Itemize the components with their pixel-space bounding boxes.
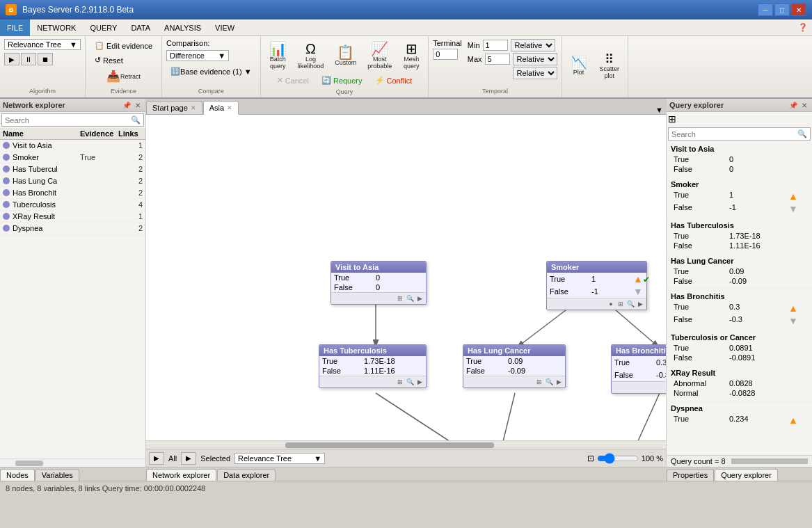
- comparison-dropdown[interactable]: Difference ▼: [166, 50, 229, 61]
- tab-start-page-close[interactable]: ✕: [191, 104, 196, 111]
- qe-panel-controls: 📌 ✕: [788, 100, 809, 110]
- tab-start-page[interactable]: Start page ✕: [146, 101, 202, 114]
- qe-node-title: Smoker: [671, 180, 808, 189]
- stop-button[interactable]: ⏹: [38, 53, 53, 65]
- node-expand-icon[interactable]: ▶: [635, 299, 645, 309]
- node-grid-icon[interactable]: ⊞: [395, 377, 405, 387]
- requery-button[interactable]: 🔄Requery: [317, 74, 367, 87]
- bn-node-smoker[interactable]: Smoker True1 ▲✔ False-1 ▼ ● ⊞ 🔍 ▶: [546, 261, 647, 310]
- algorithm-value: Relevance Tree: [8, 40, 61, 49]
- qe-node-row: True0: [671, 154, 808, 164]
- relative3-select[interactable]: Relative: [513, 67, 557, 79]
- conflict-button[interactable]: ⚡Conflict: [370, 74, 417, 87]
- qe-pin-button[interactable]: 📌: [788, 100, 798, 110]
- retract-button[interactable]: 📥 Retract: [90, 68, 157, 85]
- title-controls: ─ □ ✕: [758, 3, 806, 16]
- horizontal-scrollbar[interactable]: [0, 458, 145, 467]
- tab-properties[interactable]: Properties: [667, 469, 714, 481]
- node-search-icon[interactable]: 🔍: [544, 377, 554, 387]
- node-expand-icon[interactable]: ▶: [554, 377, 564, 387]
- list-item[interactable]: Has Lung Ca 2: [0, 175, 145, 187]
- list-item[interactable]: Has Bronchit 2: [0, 187, 145, 199]
- tab-dropdown[interactable]: ▼: [655, 106, 666, 114]
- node-expand-icon[interactable]: ▶: [415, 294, 424, 303]
- most-probable-button[interactable]: 📈 Mostprobable: [363, 39, 396, 72]
- node-search-icon[interactable]: 🔍: [405, 294, 415, 303]
- scroll-thumb[interactable]: [15, 461, 43, 466]
- tab-variables[interactable]: Variables: [35, 469, 79, 481]
- log-likelihood-button[interactable]: Ω Loglikelihood: [294, 39, 328, 72]
- help-button[interactable]: ❓: [798, 23, 812, 32]
- scatter-plot-button[interactable]: ⠿ Scatterplot: [596, 50, 624, 82]
- edit-evidence-button[interactable]: 📋Edit evidence: [90, 39, 157, 52]
- all-play-button[interactable]: ▶: [149, 452, 164, 465]
- bn-node-has-lung-cancer[interactable]: Has Lung Cancer True0.09 False-0.09 ⊞ 🔍 …: [463, 344, 566, 388]
- tab-asia[interactable]: Asia ✕: [203, 101, 239, 115]
- bn-node-has-bronchitis[interactable]: Has Bronchitis True0.3 ▲ False-0.3 ▼ ⊞ 🔍…: [611, 344, 666, 394]
- menu-data[interactable]: DATA: [124, 19, 157, 36]
- custom-button[interactable]: 📋 Custom: [331, 42, 360, 69]
- menu-network[interactable]: NETWORK: [30, 19, 83, 36]
- tab-network-explorer[interactable]: Network explorer: [146, 469, 216, 481]
- base-evidence-button[interactable]: 🔢 Base evidence (1) ▼: [166, 64, 256, 79]
- mesh-query-button[interactable]: ⊞ Meshquery: [399, 39, 424, 72]
- query-explorer-title: Query explorer: [669, 101, 724, 109]
- query-search-input[interactable]: [669, 129, 795, 140]
- bn-node-visit-to-asia[interactable]: Visit to Asia True0 False0 ⊞ 🔍 ▶: [331, 261, 427, 305]
- fit-icon[interactable]: ⊡: [587, 454, 594, 463]
- relative2-select[interactable]: Relative: [513, 53, 557, 65]
- plot-button[interactable]: 📉 Plot: [566, 54, 591, 79]
- plot-group-label: [566, 93, 624, 95]
- list-item[interactable]: Dyspnea 2: [0, 223, 145, 234]
- play-button[interactable]: ▶: [4, 53, 19, 65]
- qe-grid-icon[interactable]: ⊞: [668, 113, 676, 125]
- min-input[interactable]: [483, 40, 508, 51]
- pause-button[interactable]: ⏸: [21, 53, 36, 65]
- menu-query[interactable]: QUERY: [83, 19, 124, 36]
- maximize-button[interactable]: □: [774, 3, 790, 16]
- minimize-button[interactable]: ─: [758, 3, 773, 16]
- node-search-icon[interactable]: 🔍: [405, 377, 415, 387]
- canvas-hscroll-thumb[interactable]: [285, 442, 494, 448]
- qe-close-button[interactable]: ✕: [799, 100, 809, 110]
- list-item[interactable]: Has Tubercul 2: [0, 163, 145, 175]
- node-dot-icon[interactable]: ●: [606, 299, 616, 309]
- node-grid-icon[interactable]: ⊞: [616, 299, 626, 309]
- selected-label: Selected: [200, 454, 230, 463]
- query-count-bar: Query count = 8: [667, 455, 812, 467]
- list-item[interactable]: XRay Result 1: [0, 211, 145, 223]
- canvas-hscrollbar[interactable]: [146, 440, 666, 449]
- terminal-input[interactable]: [433, 49, 458, 60]
- list-item[interactable]: Smoker True 2: [0, 152, 145, 163]
- bn-node-has-tuberculosis[interactable]: Has Tuberculosis True1.73E-18 False1.11E…: [319, 344, 427, 388]
- max-input[interactable]: [485, 54, 510, 65]
- network-search-input[interactable]: [2, 115, 128, 126]
- canvas-area[interactable]: Visit to Asia True0 False0 ⊞ 🔍 ▶ Sm: [146, 115, 666, 440]
- menu-analysis[interactable]: ANALYSIS: [157, 19, 208, 36]
- bottom-algorithm-dropdown[interactable]: Relevance Tree ▼: [234, 453, 325, 464]
- zoom-slider[interactable]: [597, 453, 639, 464]
- bn-node-title-smoker: Smoker: [547, 262, 646, 273]
- menu-file[interactable]: FILE: [0, 19, 30, 36]
- relative1-select[interactable]: Relative: [511, 39, 555, 51]
- tab-asia-close[interactable]: ✕: [227, 104, 232, 111]
- tab-query-explorer[interactable]: Query explorer: [715, 469, 778, 481]
- panel-close-button[interactable]: ✕: [133, 100, 143, 110]
- close-button[interactable]: ✕: [791, 3, 806, 16]
- menu-view[interactable]: VIEW: [208, 19, 241, 36]
- pin-button[interactable]: 📌: [122, 100, 132, 110]
- selected-play-button[interactable]: ▶: [181, 452, 196, 465]
- tab-nodes[interactable]: Nodes: [0, 469, 35, 481]
- node-grid-icon[interactable]: ⊞: [534, 377, 544, 387]
- batch-query-button[interactable]: 📊 Batchquery: [265, 39, 291, 72]
- reset-button[interactable]: ↺Reset: [90, 54, 157, 67]
- node-expand-icon[interactable]: ▶: [415, 377, 424, 387]
- cancel-button[interactable]: ✕Cancel: [272, 74, 314, 87]
- node-search-icon[interactable]: 🔍: [626, 299, 635, 309]
- compare-group-label: Compare: [166, 86, 256, 95]
- algorithm-dropdown[interactable]: Relevance Tree ▼: [4, 39, 81, 50]
- node-grid-icon[interactable]: ⊞: [395, 294, 405, 303]
- list-item[interactable]: Visit to Asia 1: [0, 140, 145, 152]
- tab-data-explorer[interactable]: Data explorer: [217, 469, 276, 481]
- list-item[interactable]: Tuberculosis 4: [0, 199, 145, 211]
